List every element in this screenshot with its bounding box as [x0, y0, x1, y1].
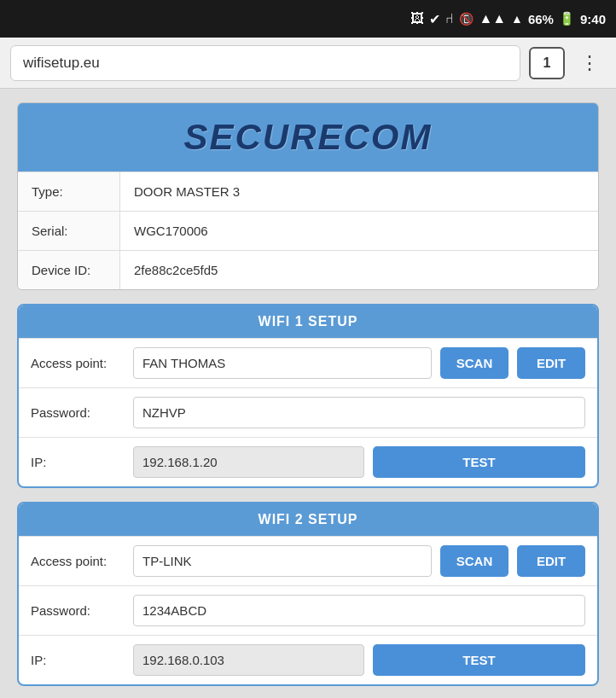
- wifi1-access-point-label: Access point:: [31, 356, 125, 370]
- device-id-label: Device ID:: [18, 251, 120, 289]
- wifi1-ip-row: IP: TEST: [19, 437, 597, 486]
- nosim-icon: 📵: [459, 12, 474, 26]
- url-bar[interactable]: wifisetup.eu: [10, 45, 520, 81]
- wifi1-access-point-row: Access point: SCAN EDIT: [19, 338, 597, 387]
- wifi1-ip-input[interactable]: [133, 446, 364, 478]
- serial-value: WGC170006: [120, 212, 222, 250]
- wifi2-ip-label: IP:: [31, 653, 125, 667]
- wifi1-header: WIFI 1 SETUP: [19, 305, 597, 338]
- image-icon: 🖼: [410, 11, 424, 26]
- wifi2-access-point-label: Access point:: [31, 554, 125, 568]
- wifi1-edit-button[interactable]: EDIT: [517, 347, 585, 379]
- wifi2-access-point-input[interactable]: [133, 545, 432, 577]
- logo-header: SECURECOM: [18, 103, 598, 172]
- device-info-card: SECURECOM Type: DOOR MASTER 3 Serial: WG…: [17, 102, 599, 290]
- check-icon: ✔: [429, 11, 440, 27]
- wifi-icon: ▲▲: [479, 11, 506, 26]
- serial-label: Serial:: [18, 212, 120, 250]
- wifi2-header: WIFI 2 SETUP: [19, 503, 597, 536]
- type-row: Type: DOOR MASTER 3: [18, 172, 598, 211]
- battery-icon: 🔋: [559, 11, 575, 26]
- device-id-value: 2fe88c2ce5fd5: [120, 251, 231, 289]
- tab-count-button[interactable]: 1: [529, 47, 565, 79]
- wifi2-password-input[interactable]: [133, 595, 585, 626]
- type-label: Type:: [18, 172, 120, 211]
- wifi1-password-row: Password:: [19, 387, 597, 437]
- wifi2-test-button[interactable]: TEST: [373, 644, 585, 676]
- type-value: DOOR MASTER 3: [120, 172, 253, 211]
- bluetooth-icon: ⑁: [445, 11, 454, 26]
- wifi2-password-row: Password:: [19, 585, 597, 635]
- status-bar: 🖼 ✔ ⑁ 📵 ▲▲ ▲ 66% 🔋 9:40: [0, 0, 616, 38]
- wifi1-ip-label: IP:: [31, 455, 125, 469]
- main-content: SECURECOM Type: DOOR MASTER 3 Serial: WG…: [0, 89, 616, 698]
- wifi2-scan-button[interactable]: SCAN: [440, 545, 508, 577]
- securecom-logo: SECURECOM: [183, 117, 432, 158]
- wifi2-edit-button[interactable]: EDIT: [517, 545, 585, 577]
- wifi1-password-input[interactable]: [133, 397, 585, 428]
- wifi2-access-point-row: Access point: SCAN EDIT: [19, 536, 597, 585]
- wifi1-card: WIFI 1 SETUP Access point: SCAN EDIT Pas…: [17, 304, 599, 488]
- wifi2-ip-input[interactable]: [133, 644, 364, 676]
- browser-menu-button[interactable]: ⋮: [573, 49, 606, 78]
- wifi1-access-point-input[interactable]: [133, 347, 432, 379]
- wifi2-password-label: Password:: [31, 603, 125, 618]
- browser-bar: wifisetup.eu 1 ⋮: [0, 38, 616, 89]
- wifi1-test-button[interactable]: TEST: [373, 446, 585, 478]
- wifi2-ip-row: IP: TEST: [19, 635, 597, 684]
- battery-percentage: 66%: [528, 12, 554, 26]
- signal-icon: ▲: [511, 12, 523, 26]
- device-id-row: Device ID: 2fe88c2ce5fd5: [18, 250, 598, 289]
- clock: 9:40: [580, 12, 606, 26]
- status-icons: 🖼 ✔ ⑁ 📵 ▲▲ ▲ 66% 🔋 9:40: [410, 11, 606, 27]
- wifi2-card: WIFI 2 SETUP Access point: SCAN EDIT Pas…: [17, 502, 599, 686]
- wifi1-password-label: Password:: [31, 405, 125, 420]
- serial-row: Serial: WGC170006: [18, 211, 598, 250]
- wifi1-scan-button[interactable]: SCAN: [440, 347, 508, 379]
